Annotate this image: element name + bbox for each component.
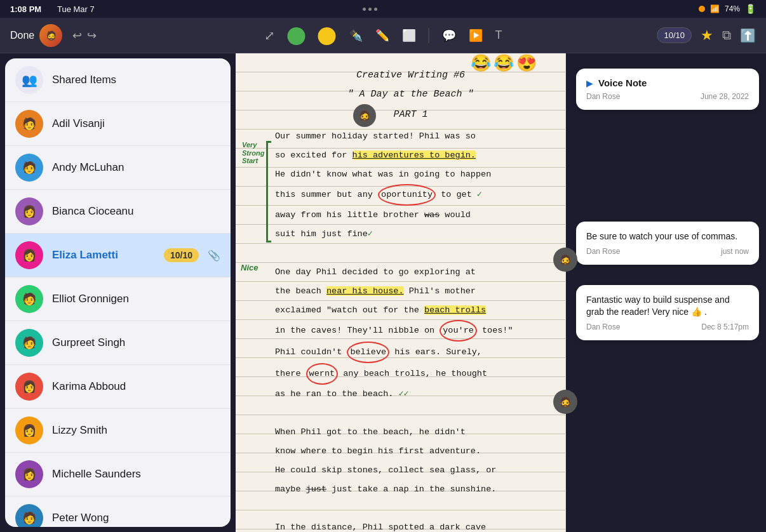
text-tool[interactable]: T	[495, 29, 502, 42]
eliza-name: Eliza Lametti	[52, 249, 155, 262]
layers-icon[interactable]: ⧉	[722, 28, 731, 43]
sidebar-item-karima[interactable]: 👩 Karima Abboud	[5, 365, 231, 409]
toolbar-left: Done 🧔 ↩ ↪	[10, 24, 97, 47]
status-right: 📶 74% 🔋	[699, 4, 756, 14]
suspense-comment-author: Dan Rose	[586, 323, 620, 331]
toolbar: Done 🧔 ↩ ↪ ⤢ ✒️ ✏️ ⬜ 💬 ▶️ T 10/10 ★ ⧉ ⬆️	[0, 18, 766, 53]
eliza-avatar: 👩	[15, 241, 43, 269]
sidebar-item-peter[interactable]: 🧑 Peter Wong	[5, 496, 231, 527]
tool-separator	[429, 28, 429, 43]
share-icon[interactable]: ⬆️	[740, 28, 756, 43]
undo-redo-group: ↩ ↪	[72, 29, 97, 43]
suspense-comment-meta: Dan Rose Dec 8 5:17pm	[586, 323, 749, 331]
voice-note-author: Dan Rose	[586, 92, 620, 101]
status-time: 1:08 PM	[10, 4, 41, 14]
comma-comment-text: Be sure to watch your use of commas.	[586, 230, 749, 243]
sidebar-item-adil[interactable]: 🧑 Adil Visanji	[5, 102, 231, 146]
pen-color-yellow[interactable]	[318, 27, 336, 45]
content-area: 😂😂😍 🧔 VeryStrongStart Nice Creative Writ…	[236, 53, 766, 532]
sidebar: 👥 Shared Items 🧑 Adil Visanji 🧑 Andy McL…	[5, 58, 231, 527]
suspense-comment-text: Fantastic way to build suspense and grab…	[586, 294, 749, 319]
comma-comment-meta: Dan Rose just now	[586, 247, 749, 256]
voice-note-card: ▶ Voice Note Dan Rose June 28, 2022	[576, 69, 759, 110]
michelle-avatar: 👩	[15, 460, 43, 488]
pen-tool[interactable]: ✒️	[349, 29, 363, 43]
karima-name: Karima Abboud	[52, 380, 220, 393]
pencil-tool[interactable]: ✏️	[375, 29, 389, 43]
bianca-avatar: 👩	[15, 197, 43, 225]
orange-dot	[699, 6, 705, 12]
sidebar-item-shared[interactable]: 👥 Shared Items	[5, 58, 231, 102]
star-icon[interactable]: ★	[701, 27, 713, 44]
status-bar: 1:08 PM Tue Mar 7 📶 74% 🔋	[0, 0, 766, 18]
adil-avatar: 🧑	[15, 110, 43, 138]
comma-comment-card: Be sure to watch your use of commas. Dan…	[576, 222, 759, 265]
peter-name: Peter Wong	[52, 512, 220, 524]
dot1	[363, 8, 366, 11]
eraser-tool[interactable]: ⬜	[402, 29, 416, 43]
main-layout: 👥 Shared Items 🧑 Adil Visanji 🧑 Andy McL…	[0, 53, 766, 532]
emoji-faces: 😂😂😍	[471, 53, 537, 73]
page-canvas: 😂😂😍 🧔 VeryStrongStart Nice Creative Writ…	[236, 53, 566, 532]
toolbar-center: ⤢ ✒️ ✏️ ⬜ 💬 ▶️ T	[264, 26, 502, 45]
sidebar-item-gurpreet[interactable]: 🧑 Gurpreet Singh	[5, 321, 231, 365]
battery-icon: 🔋	[745, 4, 756, 14]
undo-button[interactable]: ↩	[72, 29, 82, 43]
michelle-name: Michelle Saunders	[52, 468, 220, 481]
peter-avatar: 🧑	[15, 504, 43, 527]
voice-note-meta: Dan Rose June 28, 2022	[586, 92, 749, 101]
teacher-avatar-comment2: 🧔	[553, 390, 577, 414]
comment-tool[interactable]: 💬	[442, 29, 456, 43]
sidebar-item-andy[interactable]: 🧑 Andy McLuhan	[5, 146, 231, 190]
sidebar-item-elliot[interactable]: 🧑 Elliot Gronnigen	[5, 277, 231, 321]
comma-comment-content: Be sure to watch your use of commas. Dan…	[586, 230, 749, 256]
voice-note-title: Voice Note	[598, 77, 647, 88]
grade-badge: 10/10	[164, 248, 199, 262]
suspense-comment-content: Fantastic way to build suspense and grab…	[586, 294, 749, 331]
andy-avatar: 🧑	[15, 154, 43, 182]
status-date: Tue Mar 7	[57, 4, 95, 14]
page-title-line2: " A Day at the Beach "	[275, 85, 546, 104]
adil-name: Adil Visanji	[52, 117, 220, 130]
redo-button[interactable]: ↪	[87, 29, 97, 43]
comma-comment-time: just now	[721, 247, 749, 256]
sidebar-item-michelle[interactable]: 👩 Michelle Saunders	[5, 453, 231, 496]
gurpreet-name: Gurpreet Singh	[52, 336, 220, 349]
page-body: Our summer holiday started! Phil was so …	[275, 127, 546, 532]
shared-avatar: 👥	[15, 66, 43, 94]
dot3	[374, 8, 377, 11]
suspense-comment-card: Fantastic way to build suspense and grab…	[576, 285, 759, 340]
user-avatar: 🧔	[39, 24, 62, 47]
teacher-avatar-on-page: 🧔	[353, 104, 376, 127]
elliot-avatar: 🧑	[15, 285, 43, 313]
teacher-avatar-comment1: 🧔	[553, 248, 577, 272]
pen-color-green[interactable]	[288, 27, 306, 45]
andy-name: Andy McLuhan	[52, 161, 220, 174]
comma-comment-author: Dan Rose	[586, 247, 620, 256]
lizzy-name: Lizzy Smith	[52, 424, 220, 437]
bianca-name: Bianca Cioceanu	[52, 205, 220, 218]
gurpreet-avatar: 🧑	[15, 329, 43, 357]
shared-items-label: Shared Items	[52, 74, 220, 86]
dot2	[368, 8, 372, 11]
karima-avatar: 👩	[15, 373, 43, 401]
wifi-icon: 📶	[710, 4, 720, 13]
expand-tool[interactable]: ⤢	[264, 28, 275, 43]
suspense-comment-time: Dec 8 5:17pm	[701, 323, 749, 331]
battery-text: 74%	[725, 4, 740, 13]
elliot-name: Elliot Gronnigen	[52, 293, 220, 305]
sidebar-item-lizzy[interactable]: 👩 Lizzy Smith	[5, 409, 231, 453]
voice-note-header: ▶ Voice Note	[586, 77, 749, 88]
sidebar-item-bianca[interactable]: 👩 Bianca Cioceanu	[5, 190, 231, 234]
lizzy-avatar: 👩	[15, 416, 43, 444]
annotations-panel: ▶ Voice Note Dan Rose June 28, 2022 🧔 Be…	[566, 53, 766, 532]
play-tool[interactable]: ▶️	[469, 29, 483, 43]
toolbar-right: 10/10 ★ ⧉ ⬆️	[657, 27, 756, 44]
status-center-dots	[363, 8, 377, 11]
done-button[interactable]: Done	[10, 30, 34, 41]
sidebar-item-eliza[interactable]: 👩 Eliza Lametti 10/10 📎	[5, 234, 231, 277]
page-content: Creative Writing #6 " A Day at the Beach…	[236, 53, 565, 532]
attachment-icon: 📎	[208, 249, 220, 262]
page-count: 10/10	[657, 27, 692, 43]
voice-play-icon[interactable]: ▶	[586, 78, 593, 88]
